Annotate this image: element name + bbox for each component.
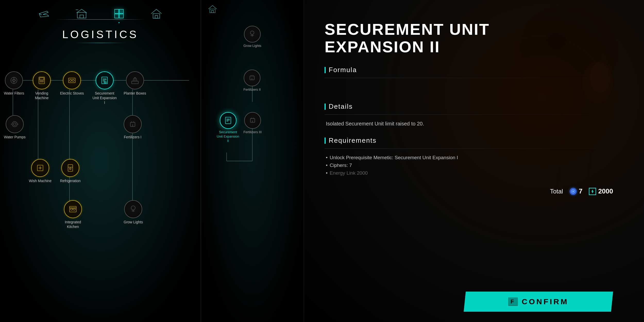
requirements-header-text: Requirements xyxy=(329,137,377,145)
requirements-section: Requirements Unlock Prerequisite Memetic… xyxy=(325,137,623,177)
formula-divider xyxy=(325,78,623,78)
mid-node-securement-2-label: Securement Unit Expansion II xyxy=(216,130,240,143)
svg-point-34 xyxy=(13,123,16,125)
item-title: SECUREMENT UNIT EXPANSION II xyxy=(325,21,505,56)
svg-point-51 xyxy=(131,206,135,210)
node-fertilizers-1-label: Fertilizers I xyxy=(124,135,141,139)
right-panel: SECUREMENT UNIT EXPANSION II Formula Det… xyxy=(304,0,644,322)
node-refrigeration[interactable]: Refrigeration xyxy=(60,159,81,183)
total-cipher-count: 7 xyxy=(579,187,582,195)
req-item-2: Ciphers: 7 xyxy=(325,162,623,169)
node-grow-lights[interactable]: Grow Lights xyxy=(124,200,143,224)
formula-header-text: Formula xyxy=(329,66,357,74)
details-text: Isolated Securement Unit limit raised to… xyxy=(325,120,623,128)
requirements-header-bar xyxy=(325,138,326,144)
svg-rect-2 xyxy=(80,15,83,18)
node-fertilizers-1[interactable]: Fertilizers I xyxy=(124,115,142,139)
svg-point-25 xyxy=(72,79,74,81)
svg-rect-8 xyxy=(153,14,160,18)
details-divider xyxy=(325,114,623,115)
nav-icon-selected[interactable] xyxy=(111,5,128,22)
tech-tree: Water Filters Vending Machine Electric S… xyxy=(0,51,201,283)
requirements-divider xyxy=(325,148,623,149)
svg-rect-30 xyxy=(104,82,106,83)
node-water-filters[interactable]: Water Filters xyxy=(4,71,24,96)
right-content: SECUREMENT UNIT EXPANSION II Formula Det… xyxy=(304,0,644,322)
total-label: Total xyxy=(550,188,563,195)
svg-point-24 xyxy=(70,79,72,81)
cipher-icon xyxy=(570,188,577,195)
details-header-text: Details xyxy=(329,103,353,111)
mid-node-fertilizers-3[interactable]: Fertilizers III xyxy=(243,112,262,134)
section-title-text: LOGISTICS xyxy=(0,28,201,41)
total-section: Total 7 2000 xyxy=(325,187,623,195)
total-energy-count: 2000 xyxy=(598,187,613,195)
details-header-bar xyxy=(325,104,326,110)
svg-rect-31 xyxy=(132,81,138,84)
node-electric-stoves[interactable]: Electric Stoves xyxy=(60,71,84,96)
node-wish-machine-label: Wish Machine xyxy=(29,179,52,183)
section-title-underline xyxy=(75,43,126,43)
req-item-1-text: Unlock Prerequisite Memetic: Securement … xyxy=(330,155,458,160)
total-energy: 2000 xyxy=(589,187,613,195)
svg-point-46 xyxy=(70,168,71,170)
node-water-pumps[interactable]: Water Pumps xyxy=(4,115,26,139)
req-item-1: Unlock Prerequisite Memetic: Securement … xyxy=(325,154,623,162)
node-vending-machine-label: Vending Machine xyxy=(29,91,55,100)
formula-header-bar xyxy=(325,67,326,73)
mid-node-fertilizers-3-label: Fertilizers III xyxy=(243,130,262,134)
svg-rect-68 xyxy=(225,117,231,124)
node-grow-lights-label: Grow Lights xyxy=(124,220,143,224)
svg-rect-20 xyxy=(40,78,44,80)
energy-icon xyxy=(589,188,596,195)
formula-header: Formula xyxy=(325,66,623,74)
svg-rect-7 xyxy=(119,14,123,18)
node-wish-machine[interactable]: Wish Machine xyxy=(29,159,52,183)
left-panel: LOGISTICS Water Filters xyxy=(0,0,201,322)
node-securement-1-label: Securement Unit Expansion I xyxy=(92,91,117,105)
node-refrigeration-label: Refrigeration xyxy=(60,179,81,183)
node-vending-machine[interactable]: Vending Machine xyxy=(29,71,55,100)
svg-rect-5 xyxy=(119,9,123,13)
confirm-key-badge: F xyxy=(508,298,518,306)
node-integrated-kitchen-label: Integrated Kitchen xyxy=(60,220,86,229)
req-item-3: Energy Link 2000 xyxy=(325,169,623,177)
mid-top-icon[interactable] xyxy=(207,4,220,17)
node-planter-boxes-label: Planter Boxes xyxy=(124,91,146,96)
details-header: Details xyxy=(325,103,623,111)
confirm-button[interactable]: F CONFIRM xyxy=(464,292,613,312)
req-item-3-text: Energy Link 2000 xyxy=(330,170,368,176)
section-title: LOGISTICS xyxy=(0,24,201,51)
svg-rect-55 xyxy=(211,11,214,13)
nav-icon-weapons[interactable] xyxy=(36,5,53,22)
svg-rect-9 xyxy=(155,15,158,18)
node-water-filters-label: Water Filters xyxy=(4,91,24,96)
svg-point-48 xyxy=(71,208,73,210)
requirements-header: Requirements xyxy=(325,137,623,145)
svg-rect-54 xyxy=(210,9,215,13)
node-electric-stoves-label: Electric Stoves xyxy=(60,91,84,96)
top-nav xyxy=(0,0,201,24)
svg-rect-6 xyxy=(115,14,119,18)
confirm-button-text: CONFIRM xyxy=(522,297,569,306)
mid-node-securement-2[interactable]: Securement Unit Expansion II xyxy=(216,112,240,143)
svg-point-33 xyxy=(12,122,17,127)
svg-point-82 xyxy=(572,191,574,192)
mid-node-grow-lights[interactable]: Grow Lights xyxy=(243,26,261,48)
mid-node-fertilizers-2-label: Fertilizers II xyxy=(243,88,261,92)
nav-icon-home[interactable] xyxy=(148,5,165,22)
node-securement-1[interactable]: Securement Unit Expansion I xyxy=(92,71,117,105)
mid-node-fertilizers-2[interactable]: Fertilizers II xyxy=(243,70,261,92)
total-cipher: 7 xyxy=(570,187,582,195)
formula-content xyxy=(325,83,623,94)
details-section: Details Isolated Securement Unit limit r… xyxy=(325,103,623,128)
node-integrated-kitchen[interactable]: Integrated Kitchen xyxy=(60,200,86,229)
node-planter-boxes[interactable]: Planter Boxes xyxy=(124,71,146,96)
nav-icon-building[interactable] xyxy=(73,5,90,22)
middle-panel: Grow Lights Fertilizers II Securement Un… xyxy=(201,0,304,322)
formula-section: Formula xyxy=(325,66,623,94)
mid-node-grow-lights-label: Grow Lights xyxy=(243,44,261,48)
svg-rect-4 xyxy=(115,9,119,13)
svg-rect-1 xyxy=(77,12,86,18)
node-water-pumps-label: Water Pumps xyxy=(4,135,26,139)
